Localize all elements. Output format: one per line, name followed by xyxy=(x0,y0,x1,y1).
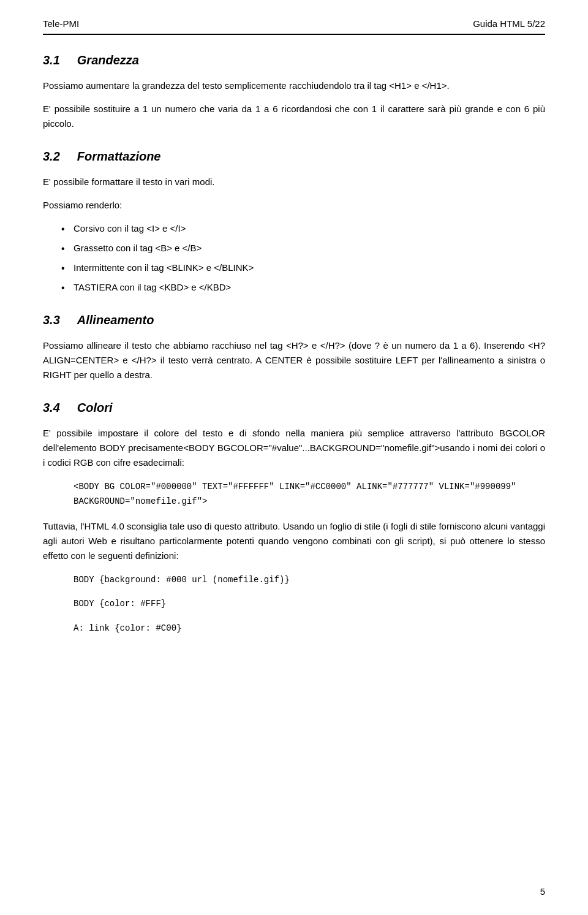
section-3-2-heading: 3.2Formattazione xyxy=(43,150,545,164)
section-3-2-para1: E' possibile formattare il testo in vari… xyxy=(43,175,545,189)
section-3-3-heading: 3.3Allineamento xyxy=(43,313,545,327)
bullet-item-4: TASTIERA con il tag <KBD> e </KBD> xyxy=(61,280,545,295)
section-3-2-para2: Possiamo renderlo: xyxy=(43,198,545,213)
bullet-item-3: Intermittente con il tag <BLINK> e </BLI… xyxy=(61,260,545,275)
section-3-2-number: 3.2 xyxy=(43,150,60,163)
section-3-2-title: Formattazione xyxy=(77,150,161,163)
section-3-4-para1: E' possibile impostare il colore del tes… xyxy=(43,426,545,470)
section-3-3-para1: Possiamo allineare il testo che abbiamo … xyxy=(43,338,545,382)
section-3-1-number: 3.1 xyxy=(43,53,60,67)
page-footer: 5 xyxy=(540,886,545,897)
section-3-4-heading: 3.4Colori xyxy=(43,401,545,415)
header-left: Tele-PMI xyxy=(43,18,79,29)
section-3-3-number: 3.3 xyxy=(43,313,60,327)
page-number: 5 xyxy=(540,886,545,897)
section-3-1-heading: 3.1Grandezza xyxy=(43,53,545,67)
section-3-4-code4: A: link {color: #C00} xyxy=(74,621,545,636)
section-3-4-title: Colori xyxy=(77,401,113,414)
section-3-4-para2: Tuttavia, l'HTML 4.0 sconsiglia tale uso… xyxy=(43,519,545,563)
section-3-1: 3.1Grandezza Possiamo aumentare la grand… xyxy=(43,53,545,131)
section-3-4-code2: BODY {background: #000 url (nomefile.gif… xyxy=(74,573,545,588)
bullet-item-2: Grassetto con il tag <B> e </B> xyxy=(61,241,545,256)
header-right: Guida HTML 5/22 xyxy=(473,18,545,29)
section-3-2: 3.2Formattazione E' possibile formattare… xyxy=(43,150,545,295)
section-3-3-title: Allineamento xyxy=(77,313,154,327)
section-3-1-para1: Possiamo aumentare la grandezza del test… xyxy=(43,78,545,93)
page: Tele-PMI Guida HTML 5/22 3.1Grandezza Po… xyxy=(0,0,588,915)
page-header: Tele-PMI Guida HTML 5/22 xyxy=(43,18,545,35)
section-3-4-code1: <BODY BG COLOR="#000000" TEXT="#FFFFFF" … xyxy=(74,480,545,509)
section-3-1-title: Grandezza xyxy=(77,53,139,67)
section-3-1-para2: E' possibile sostituire a 1 un numero ch… xyxy=(43,102,545,131)
section-3-4: 3.4Colori E' possibile impostare il colo… xyxy=(43,401,545,636)
section-3-4-code3: BODY {color: #FFF} xyxy=(74,597,545,612)
section-3-4-number: 3.4 xyxy=(43,401,60,414)
bullet-item-1: Corsivo con il tag <I> e </I> xyxy=(61,221,545,236)
section-3-2-bullets: Corsivo con il tag <I> e </I> Grassetto … xyxy=(61,221,545,295)
section-3-3: 3.3Allineamento Possiamo allineare il te… xyxy=(43,313,545,382)
